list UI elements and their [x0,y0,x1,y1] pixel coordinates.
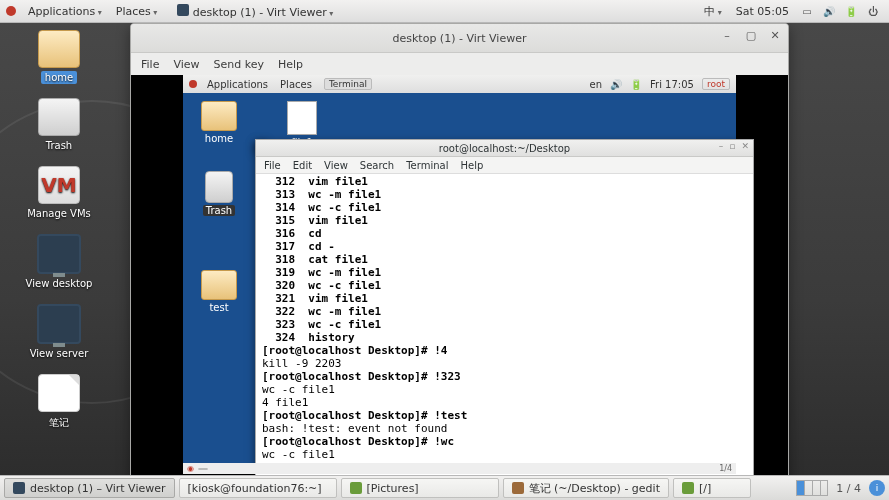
files-icon [682,482,694,494]
task2-label: [kiosk@foundation76:~] [188,482,322,495]
task1-label: desktop (1) – Virt Viewer [30,482,166,495]
terminal-maximize-button[interactable]: ▫ [729,141,735,151]
viewdesktop-icon[interactable]: View desktop [14,234,104,290]
note-icon[interactable]: 笔记 [14,374,104,431]
home-icon[interactable]: home [14,30,104,84]
terminal-menu-search[interactable]: Search [360,160,394,171]
virt-menu-view[interactable]: View [173,58,199,71]
guest-test-icon[interactable]: test [201,270,237,313]
guest-task-label: Terminal [329,79,367,89]
guest-volume-icon[interactable]: 🔊 [610,79,622,90]
terminal-controls: – ▫ ✕ [719,141,749,151]
places-label: Places [116,5,151,18]
virtviewer-icon [13,482,25,494]
task5-label: [/] [699,482,711,495]
applications-menu[interactable]: Applications [22,3,108,20]
terminal-minimize-button[interactable]: – [719,141,724,151]
terminal-menu-terminal[interactable]: Terminal [406,160,448,171]
display-icon[interactable]: ▭ [800,4,814,18]
guest-page-indicator: 1/4 [719,464,732,473]
viewserver-label: View server [26,347,93,360]
power-icon[interactable]: ⏻ [866,4,880,18]
virt-title: desktop (1) - Virt Viewer [393,32,527,45]
virt-menu-help[interactable]: Help [278,58,303,71]
virt-menu-file[interactable]: File [141,58,159,71]
host-top-panel: Applications Places desktop (1) - Virt V… [0,0,889,23]
clock[interactable]: Sat 05:05 [730,3,795,20]
guest-clock[interactable]: Fri 17:05 [650,79,694,90]
minimize-button[interactable]: – [720,28,734,42]
guest-taskbar-terminal[interactable]: Terminal [324,78,372,90]
task-terminal[interactable]: [kiosk@foundation76:~] [179,478,337,498]
guest-desktop: Applications Places Terminal en 🔊 🔋 Fri … [183,75,736,474]
guest-bottom-task[interactable] [198,468,208,470]
guest-test-label: test [206,302,231,313]
guest-trash-label: Trash [203,205,235,216]
home-label: home [41,71,77,84]
task-virtviewer[interactable]: desktop (1) – Virt Viewer [4,478,175,498]
viewdesktop-label: View desktop [22,277,97,290]
task3-label: [Pictures] [367,482,419,495]
terminal-title: root@localhost:~/Desktop [439,143,570,154]
places-menu[interactable]: Places [110,3,164,20]
guest-lang-indicator[interactable]: en [590,79,603,90]
host-bottom-panel: desktop (1) – Virt Viewer [kiosk@foundat… [0,475,889,500]
note-label: 笔记 [45,415,73,431]
terminal-titlebar[interactable]: root@localhost:~/Desktop – ▫ ✕ [256,140,753,157]
guest-bottom-panel: ◉ 1/4 [183,463,736,474]
guest-bottom-logo-icon[interactable]: ◉ [187,464,194,473]
terminal-menu-view[interactable]: View [324,160,348,171]
screen: Applications Places desktop (1) - Virt V… [0,0,889,500]
task-gedit[interactable]: 笔记 (~/Desktop) - gedit [503,478,669,498]
guest-home-label: home [202,133,236,144]
window-label: desktop (1) - Virt Viewer [193,6,327,19]
gedit-icon [512,482,524,494]
task4-label: 笔记 (~/Desktop) - gedit [529,481,660,496]
guest-top-panel: Applications Places Terminal en 🔊 🔋 Fri … [183,75,736,93]
trash-icon[interactable]: Trash [14,98,104,152]
terminal-close-button[interactable]: ✕ [741,141,749,151]
host-menu-left: Applications Places desktop (1) - Virt V… [6,2,339,21]
guest-logo-icon[interactable] [189,80,197,88]
virt-titlebar[interactable]: desktop (1) - Virt Viewer – ▢ ✕ [131,24,788,53]
host-desktop-icons: home Trash VMManage VMs View desktop Vie… [14,30,104,431]
window-icon [177,4,189,16]
ime-label: 中 [704,5,715,18]
guest-home-icon[interactable]: home [201,101,237,148]
virt-viewer-window: desktop (1) - Virt Viewer – ▢ ✕ File Vie… [130,23,789,483]
terminal-menu-help[interactable]: Help [460,160,483,171]
workspace-switcher[interactable] [796,480,828,496]
guest-user-label[interactable]: root [702,78,730,90]
task-pictures[interactable]: [Pictures] [341,478,499,498]
viewserver-icon[interactable]: View server [14,304,104,360]
virt-menu-sendkey[interactable]: Send key [214,58,264,71]
window-list-item[interactable]: desktop (1) - Virt Viewer [171,2,339,21]
volume-icon[interactable]: 🔊 [822,4,836,18]
close-button[interactable]: ✕ [768,28,782,42]
virt-letterbox: Applications Places Terminal en 🔊 🔋 Fri … [131,75,788,482]
distro-logo-icon[interactable] [6,6,16,16]
maximize-button[interactable]: ▢ [744,28,758,42]
battery-icon[interactable]: 🔋 [844,4,858,18]
managevms-icon[interactable]: VMManage VMs [14,166,104,220]
applications-label: Applications [28,5,95,18]
guest-applications-menu[interactable]: Applications [201,77,274,92]
page-indicator: 1 / 4 [836,482,861,495]
terminal-menu-edit[interactable]: Edit [293,160,312,171]
notification-icon[interactable]: i [869,480,885,496]
trash-label: Trash [42,139,76,152]
host-menu-right: 中 Sat 05:05 ▭ 🔊 🔋 ⏻ [698,2,883,21]
task-root[interactable]: [/] [673,478,751,498]
terminal-menu-file[interactable]: File [264,160,281,171]
guest-battery-icon[interactable]: 🔋 [630,79,642,90]
virt-menubar: File View Send key Help [131,53,788,76]
terminal-menubar: File Edit View Search Terminal Help [256,157,753,174]
guest-places-menu[interactable]: Places [274,77,318,92]
window-controls: – ▢ ✕ [720,28,782,42]
guest-trash-icon[interactable]: Trash [201,171,237,216]
terminal-body[interactable]: 312 vim file1 313 wc -m file1 314 wc -c … [256,173,753,479]
terminal-window: root@localhost:~/Desktop – ▫ ✕ File Edit… [255,139,754,480]
pictures-icon [350,482,362,494]
managevms-label: Manage VMs [23,207,95,220]
ime-indicator[interactable]: 中 [698,2,728,21]
